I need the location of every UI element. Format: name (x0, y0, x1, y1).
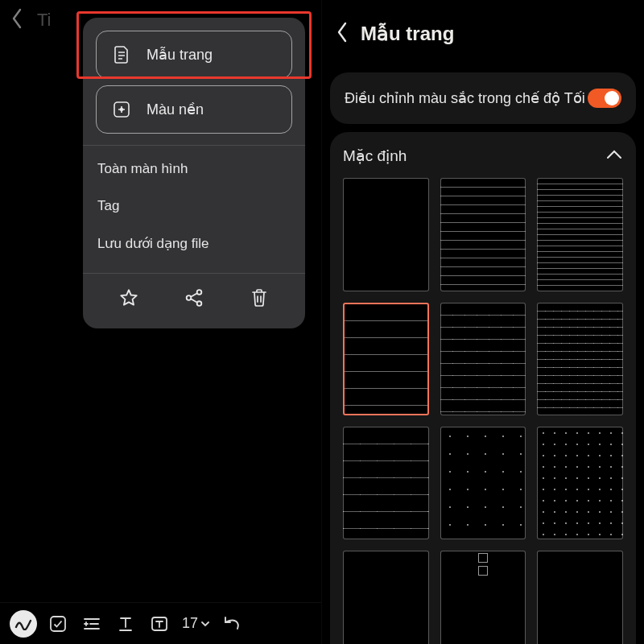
template-checkboxes[interactable] (440, 551, 526, 644)
screenshot-left: Ti Mẫu trang Màu nền (0, 0, 322, 644)
chevron-up-icon (605, 149, 623, 163)
dark-mode-color-card: Điều chỉnh màu sắc trong chế độ Tối (330, 72, 636, 124)
popup-divider (83, 145, 305, 146)
back-icon[interactable] (11, 8, 23, 32)
dark-mode-toggle-label: Điều chỉnh màu sắc trong chế độ Tối (345, 89, 585, 108)
template-hlines-dense[interactable] (537, 178, 623, 291)
svg-point-3 (197, 290, 202, 295)
template-extra-3[interactable] (537, 551, 623, 644)
background-color-button[interactable]: Màu nền (96, 85, 292, 134)
menu-item-fullscreen[interactable]: Toàn màn hình (96, 151, 292, 188)
svg-point-2 (187, 295, 192, 300)
font-size-selector[interactable]: 17 (182, 615, 211, 632)
options-popup: Mẫu trang Màu nền Toàn màn hình Tag Lưu … (83, 18, 305, 328)
page-template-icon (111, 44, 132, 65)
page-template-label: Mẫu trang (147, 46, 213, 64)
background-color-label: Màu nền (147, 101, 204, 118)
back-icon[interactable] (336, 22, 348, 46)
templates-header: Mẫu trang (322, 0, 644, 68)
section-header-default[interactable]: Mặc định (343, 147, 623, 165)
svg-rect-5 (51, 617, 65, 631)
page-template-button[interactable]: Mẫu trang (96, 31, 292, 79)
template-grid-dense[interactable] (537, 303, 623, 415)
template-grid (343, 178, 623, 644)
share-icon[interactable] (178, 282, 210, 314)
screenshot-right: Mẫu trang Điều chỉnh màu sắc trong chế đ… (322, 0, 644, 644)
template-grid-medium[interactable] (440, 303, 526, 415)
template-blank[interactable] (343, 178, 429, 291)
page-title: Mẫu trang (361, 23, 454, 45)
checkbox-tool[interactable] (42, 608, 74, 640)
text-box-tool[interactable] (143, 608, 175, 640)
svg-point-1 (120, 108, 123, 111)
undo-button[interactable] (216, 608, 248, 640)
template-dots-dense[interactable] (537, 427, 623, 539)
editor-bottom-bar: 17 (0, 602, 321, 644)
template-grid-wide[interactable] (343, 427, 429, 539)
align-tool[interactable] (76, 608, 108, 640)
template-hlines-medium[interactable] (440, 178, 526, 291)
template-dots-wide[interactable] (440, 427, 526, 539)
svg-point-4 (197, 301, 202, 306)
delete-icon[interactable] (243, 282, 275, 314)
templates-section: Mặc định (330, 132, 636, 644)
template-extra-1[interactable] (343, 551, 429, 644)
draw-tool-button[interactable] (10, 610, 37, 638)
editor-title-truncated: Ti (37, 10, 52, 31)
popup-action-row (96, 279, 292, 317)
menu-item-save-as-file[interactable]: Lưu dưới dạng file (96, 225, 292, 262)
favorite-icon[interactable] (113, 282, 145, 314)
background-color-icon (111, 99, 132, 120)
popup-divider-2 (83, 273, 305, 274)
text-underline-tool[interactable] (109, 608, 142, 640)
dark-mode-toggle[interactable] (588, 89, 621, 108)
menu-item-tag[interactable]: Tag (96, 188, 292, 225)
template-hlines-wide[interactable] (343, 303, 429, 415)
